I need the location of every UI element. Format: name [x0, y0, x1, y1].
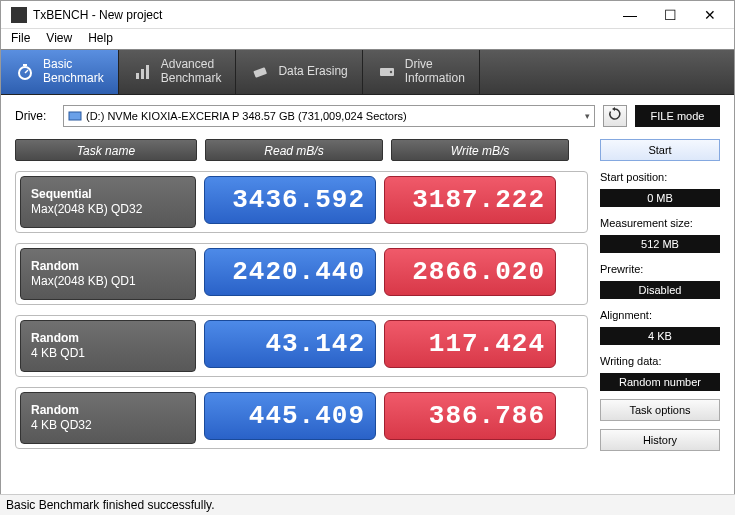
drive-icon: [377, 62, 397, 82]
side-panel: Start Start position: 0 MB Measurement s…: [600, 139, 720, 459]
drive-selected-text: (D:) NVMe KIOXIA-EXCERIA P 348.57 GB (73…: [86, 110, 407, 122]
maximize-button[interactable]: ☐: [650, 1, 690, 29]
header-read: Read mB/s: [205, 139, 383, 161]
close-button[interactable]: ✕: [690, 1, 730, 29]
chevron-down-icon: ▾: [585, 111, 590, 121]
start-position-label: Start position:: [600, 171, 720, 183]
svg-line-2: [25, 70, 28, 73]
task-cell: Random4 KB QD32: [20, 392, 196, 444]
alignment-label: Alignment:: [600, 309, 720, 321]
result-row: Random4 KB QD32 445.409 386.786: [15, 387, 588, 449]
task-cell: Random4 KB QD1: [20, 320, 196, 372]
result-row: RandomMax(2048 KB) QD1 2420.440 2866.020: [15, 243, 588, 305]
window-title: TxBENCH - New project: [33, 8, 610, 22]
svg-rect-1: [23, 64, 27, 66]
results-panel: Task name Read mB/s Write mB/s Sequentia…: [15, 139, 588, 459]
alignment-value[interactable]: 4 KB: [600, 327, 720, 345]
eraser-icon: [250, 62, 270, 82]
read-value: 2420.440: [204, 248, 376, 296]
menu-help[interactable]: Help: [88, 31, 113, 45]
history-button[interactable]: History: [600, 429, 720, 451]
task-cell: SequentialMax(2048 KB) QD32: [20, 176, 196, 228]
svg-rect-9: [69, 112, 81, 120]
bar-chart-icon: [133, 62, 153, 82]
header-write: Write mB/s: [391, 139, 569, 161]
minimize-button[interactable]: —: [610, 1, 650, 29]
task-options-button[interactable]: Task options: [600, 399, 720, 421]
svg-point-8: [390, 71, 392, 73]
tab-data-erasing[interactable]: Data Erasing: [236, 50, 362, 94]
result-row: Random4 KB QD1 43.142 117.424: [15, 315, 588, 377]
drive-label: Drive:: [15, 109, 55, 123]
svg-rect-6: [254, 67, 268, 78]
write-value: 2866.020: [384, 248, 556, 296]
svg-rect-4: [141, 69, 144, 79]
app-icon: [11, 7, 27, 23]
measurement-size-value[interactable]: 512 MB: [600, 235, 720, 253]
result-row: SequentialMax(2048 KB) QD32 3436.592 318…: [15, 171, 588, 233]
menubar: File View Help: [1, 29, 734, 49]
stopwatch-icon: [15, 62, 35, 82]
main-tabs: Basic Benchmark Advanced Benchmark Data …: [1, 49, 734, 95]
titlebar: TxBENCH - New project — ☐ ✕: [1, 1, 734, 29]
tab-label: Advanced Benchmark: [161, 58, 222, 86]
refresh-icon: [608, 107, 622, 124]
menu-view[interactable]: View: [46, 31, 72, 45]
header-task-name: Task name: [15, 139, 197, 161]
task-cell: RandomMax(2048 KB) QD1: [20, 248, 196, 300]
refresh-button[interactable]: [603, 105, 627, 127]
file-mode-button[interactable]: FILE mode: [635, 105, 720, 127]
start-position-value[interactable]: 0 MB: [600, 189, 720, 207]
drive-select[interactable]: (D:) NVMe KIOXIA-EXCERIA P 348.57 GB (73…: [63, 105, 595, 127]
prewrite-label: Prewrite:: [600, 263, 720, 275]
menu-file[interactable]: File: [11, 31, 30, 45]
tab-label: Drive Information: [405, 58, 465, 86]
writing-data-value[interactable]: Random number: [600, 373, 720, 391]
status-bar: Basic Benchmark finished successfully.: [0, 494, 735, 515]
tab-advanced-benchmark[interactable]: Advanced Benchmark: [119, 50, 237, 94]
write-value: 3187.222: [384, 176, 556, 224]
hdd-icon: [68, 109, 82, 123]
write-value: 386.786: [384, 392, 556, 440]
writing-data-label: Writing data:: [600, 355, 720, 367]
read-value: 3436.592: [204, 176, 376, 224]
read-value: 43.142: [204, 320, 376, 368]
measurement-size-label: Measurement size:: [600, 217, 720, 229]
write-value: 117.424: [384, 320, 556, 368]
start-button[interactable]: Start: [600, 139, 720, 161]
svg-rect-3: [136, 73, 139, 79]
tab-label: Data Erasing: [278, 65, 347, 79]
drive-row: Drive: (D:) NVMe KIOXIA-EXCERIA P 348.57…: [1, 95, 734, 133]
tab-drive-information[interactable]: Drive Information: [363, 50, 480, 94]
prewrite-value[interactable]: Disabled: [600, 281, 720, 299]
tab-label: Basic Benchmark: [43, 58, 104, 86]
read-value: 445.409: [204, 392, 376, 440]
tab-basic-benchmark[interactable]: Basic Benchmark: [1, 50, 119, 94]
svg-rect-5: [146, 65, 149, 79]
